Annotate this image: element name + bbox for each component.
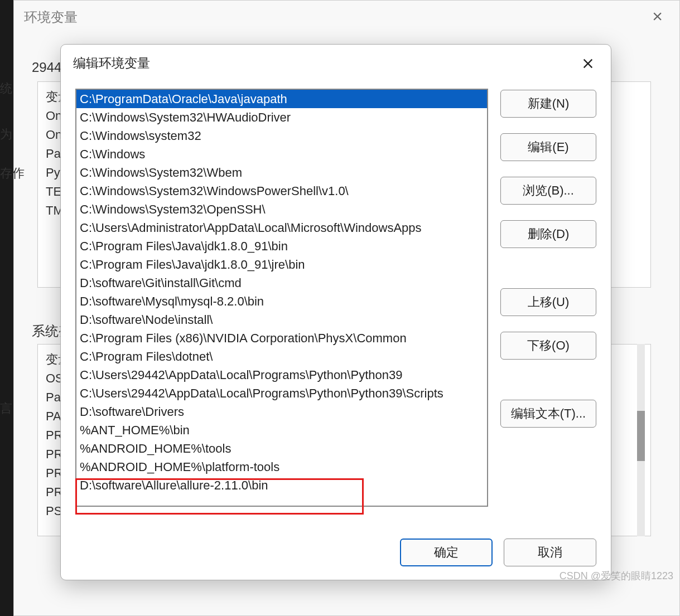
edge-label: 统 <box>0 80 12 97</box>
path-listbox[interactable]: C:\ProgramData\Oracle\Java\javapathC:\Wi… <box>75 89 488 507</box>
path-list-item[interactable]: C:\Users\29442\AppData\Local\Programs\Py… <box>76 366 487 384</box>
path-list-item[interactable]: C:\Users\29442\AppData\Local\Programs\Py… <box>76 384 487 402</box>
clip-number: 2944 <box>32 60 61 75</box>
path-list-item[interactable]: C:\Windows <box>76 145 487 163</box>
path-list-item[interactable]: C:\Program Files\Java\jdk1.8.0_91\bin <box>76 237 487 255</box>
button-column: 新建(N) 编辑(E) 浏览(B)... 删除(D) 上移(U) 下移(O) 编… <box>500 89 596 507</box>
path-list-item[interactable]: C:\Windows\System32\OpenSSH\ <box>76 200 487 219</box>
dialog-title: 编辑环境变量 <box>73 55 150 72</box>
browse-button[interactable]: 浏览(B)... <box>500 177 596 205</box>
path-list-item[interactable]: D:\software\Mysql\mysql-8.2.0\bin <box>76 292 487 311</box>
edge-label: 言 <box>0 400 12 417</box>
path-list-item[interactable]: C:\Program Files (x86)\NVIDIA Corporatio… <box>76 329 487 347</box>
path-list-item[interactable]: C:\Users\Administrator\AppData\Local\Mic… <box>76 219 487 237</box>
path-list-item[interactable]: D:\software\Node\install\ <box>76 311 487 329</box>
path-list-item[interactable]: %ANDROID_HOME%\platform-tools <box>76 458 487 476</box>
close-icon <box>582 57 594 70</box>
parent-close-icon: × <box>652 6 663 27</box>
path-list-item[interactable]: D:\software\Allure\allure-2.11.0\bin <box>76 476 487 494</box>
path-list-item[interactable]: D:\software\Drivers <box>76 402 487 421</box>
path-list-item[interactable]: C:\Windows\System32\Wbem <box>76 163 487 182</box>
path-list-item[interactable]: %ANDROID_HOME%\tools <box>76 439 487 458</box>
move-up-button[interactable]: 上移(U) <box>500 288 596 316</box>
path-list-item[interactable]: C:\Windows\system32 <box>76 127 487 145</box>
parent-dialog-title: 环境变量 <box>24 8 78 26</box>
edit-button[interactable]: 编辑(E) <box>500 133 596 161</box>
new-button[interactable]: 新建(N) <box>500 90 596 118</box>
path-list-item[interactable]: C:\Program Files\dotnet\ <box>76 347 487 366</box>
edge-label: 存作 <box>0 165 25 182</box>
path-list-item[interactable]: C:\Program Files\Java\jdk1.8.0_91\jre\bi… <box>76 255 487 274</box>
cancel-button[interactable]: 取消 <box>504 539 596 566</box>
edit-env-var-dialog: 编辑环境变量 C:\ProgramData\Oracle\Java\javapa… <box>60 44 611 580</box>
path-list-item[interactable]: C:\Windows\System32\HWAudioDriver <box>76 108 487 127</box>
path-list-item[interactable]: C:\ProgramData\Oracle\Java\javapath <box>76 90 487 108</box>
close-button[interactable] <box>580 55 596 72</box>
edge-label: 为 <box>0 126 12 143</box>
delete-button[interactable]: 删除(D) <box>500 220 596 248</box>
ok-button[interactable]: 确定 <box>400 539 493 566</box>
path-list-item[interactable]: %ANT_HOME%\bin <box>76 421 487 439</box>
move-down-button[interactable]: 下移(O) <box>500 332 596 360</box>
edit-text-button[interactable]: 编辑文本(T)... <box>500 400 596 428</box>
parent-scrollbar[interactable] <box>637 344 645 536</box>
path-list-item[interactable]: D:\software\Git\install\Git\cmd <box>76 274 487 292</box>
path-list-item[interactable]: C:\Windows\System32\WindowsPowerShell\v1… <box>76 182 487 200</box>
